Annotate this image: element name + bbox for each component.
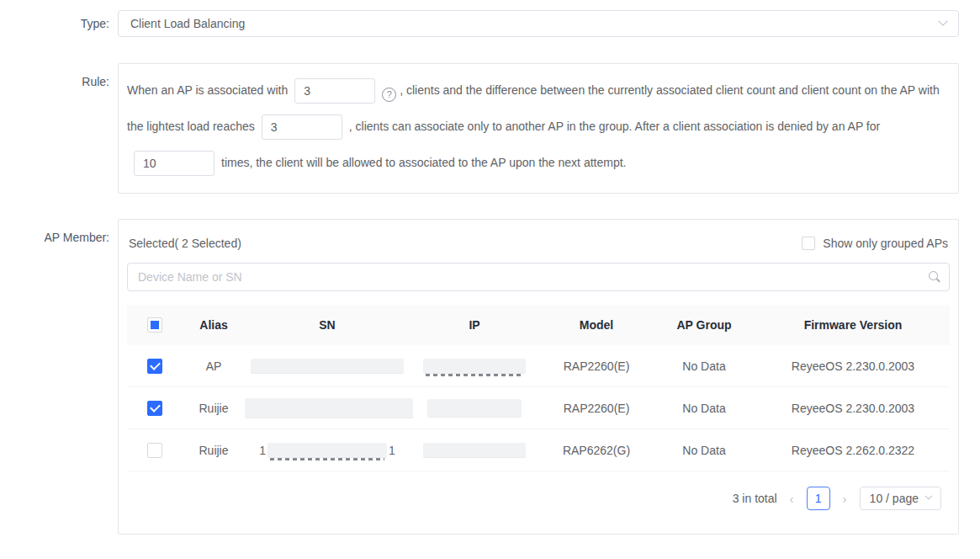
cell-model: RAP2260(E): [539, 359, 654, 373]
cell-ap-group: No Data: [654, 359, 755, 373]
prev-page-button[interactable]: ‹: [788, 491, 796, 507]
table-row: Ruijie RAP2260(E) No Data ReyeeOS 2.230.…: [127, 387, 950, 429]
column-header-ap-group: AP Group: [654, 318, 755, 332]
ap-member-panel: Selected( 2 Selected) Show only grouped …: [118, 219, 959, 535]
column-header-firmware: Firmware Version: [755, 318, 951, 332]
type-select[interactable]: Client Load Balancing: [118, 10, 959, 37]
page-size-select[interactable]: 10 / page: [860, 487, 941, 510]
next-page-button[interactable]: ›: [841, 491, 849, 507]
client-load-balancing-form: Type: Client Load Balancing Rule: When a…: [0, 0, 980, 559]
page-number-button[interactable]: 1: [807, 487, 830, 510]
cell-ip-redacted: [410, 358, 539, 373]
cell-alias: AP: [183, 359, 245, 373]
column-header-alias: Alias: [183, 318, 245, 332]
ap-member-label: AP Member:: [0, 219, 109, 244]
column-header-sn: SN: [245, 318, 410, 332]
column-header-model: Model: [539, 318, 654, 332]
cell-sn-redacted: [245, 358, 410, 373]
table-row: AP RAP2260(E) No Data ReyeeOS 2.230.0.20…: [127, 345, 950, 387]
cell-ip-redacted: [410, 399, 539, 418]
cell-sn-redacted: [245, 398, 410, 418]
cell-model: RAP6262(G): [539, 444, 654, 457]
pagination: 3 in total ‹ 1 › 10 / page: [127, 487, 950, 510]
type-label: Type:: [0, 10, 109, 30]
cell-firmware: ReyeeOS 2.230.0.2003: [755, 359, 951, 373]
rule-row: Rule: When an AP is associated with?, cl…: [0, 63, 980, 194]
table-header: Alias SN IP Model AP Group Firmware Vers…: [127, 305, 950, 345]
show-grouped-aps-label: Show only grouped APs: [823, 237, 948, 250]
cell-firmware: ReyeeOS 2.262.0.2322: [755, 444, 951, 457]
total-count-text: 3 in total: [733, 492, 777, 505]
cell-alias: Ruijie: [183, 444, 245, 457]
rule-text-1: When an AP is associated with: [127, 83, 288, 97]
load-difference-input[interactable]: [262, 114, 342, 140]
chevron-down-icon: [925, 492, 932, 499]
rule-label: Rule:: [0, 63, 109, 88]
associated-clients-input[interactable]: [294, 78, 375, 104]
rule-text-3: , clients can associate only to another …: [349, 120, 880, 133]
chevron-down-icon: [938, 17, 947, 26]
search-input[interactable]: [127, 263, 950, 291]
type-select-value: Client Load Balancing: [130, 17, 245, 30]
row-checkbox[interactable]: [147, 359, 162, 374]
question-circle-icon[interactable]: ?: [382, 88, 396, 102]
cell-alias: Ruijie: [183, 402, 245, 415]
show-grouped-aps-checkbox[interactable]: Show only grouped APs: [802, 237, 948, 250]
select-all-checkbox[interactable]: [147, 317, 162, 333]
cell-sn-partially-redacted: 11: [245, 443, 410, 458]
cell-ip-redacted: [410, 442, 539, 457]
cell-ap-group: No Data: [654, 402, 755, 415]
cell-firmware: ReyeeOS 2.230.0.2003: [755, 402, 951, 415]
cell-model: RAP2260(E): [539, 402, 654, 415]
page-size-value: 10 / page: [870, 492, 919, 505]
column-header-ip: IP: [410, 318, 539, 332]
table-row: Ruijie 11 RAP6262(G) No Data ReyeeOS 2.2…: [127, 429, 950, 471]
ap-member-row: AP Member: Selected( 2 Selected) Show on…: [0, 219, 980, 535]
rule-box: When an AP is associated with?, clients …: [118, 63, 959, 194]
row-checkbox[interactable]: [147, 443, 162, 458]
selected-count-text: Selected( 2 Selected): [129, 237, 241, 250]
rule-text-4: times, the client will be allowed to ass…: [221, 156, 626, 169]
ap-table: Alias SN IP Model AP Group Firmware Vers…: [127, 305, 950, 471]
search-icon[interactable]: [929, 271, 938, 280]
row-checkbox[interactable]: [147, 401, 162, 416]
type-row: Type: Client Load Balancing: [0, 10, 980, 37]
cell-ap-group: No Data: [654, 444, 755, 457]
denied-times-input[interactable]: [134, 151, 215, 176]
checkbox-icon[interactable]: [802, 237, 815, 250]
